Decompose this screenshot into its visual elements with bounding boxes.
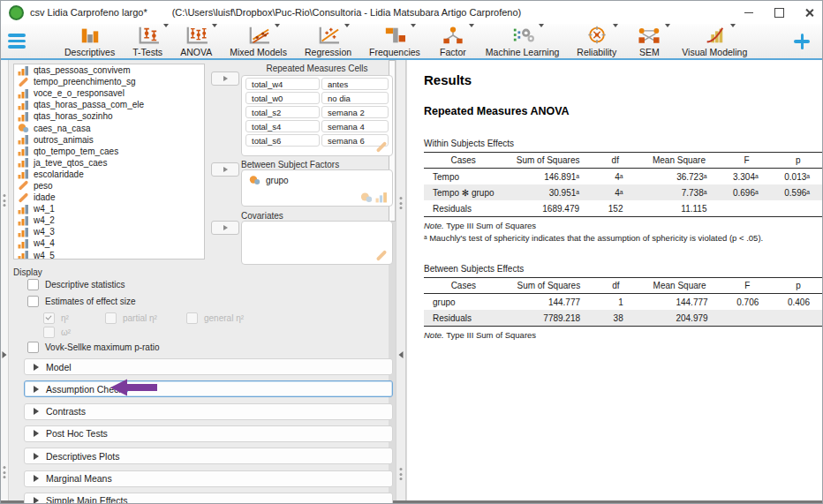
section-contrasts[interactable]: Contrasts bbox=[24, 403, 393, 420]
variable-item-qtas-horas-sozinho[interactable]: qtas_horas_sozinho bbox=[14, 110, 204, 122]
ribbon-item-label: Descriptives bbox=[64, 47, 115, 57]
repeated-measures-cells-box[interactable]: total_w4antestotal_w0no diatotal_s2seman… bbox=[241, 75, 393, 156]
assign-between-factor-button[interactable] bbox=[211, 162, 239, 177]
results-title: Results bbox=[424, 72, 823, 87]
results-panel-splitter[interactable] bbox=[396, 60, 406, 504]
rm-cell-row: total_w0no dia bbox=[245, 92, 389, 104]
jasp-window: csv Lidia Carprofeno largo* (C:\Users\lu… bbox=[0, 0, 823, 504]
dropdown-caret-icon bbox=[539, 24, 544, 27]
vovk-sellke-checkbox[interactable] bbox=[27, 342, 39, 353]
section-post-hoc-tests[interactable]: Post Hoc Tests bbox=[24, 425, 393, 442]
ribbon-item-label: Mixed Models bbox=[230, 47, 287, 57]
within-note: Note. Type III Sum of Squares bbox=[424, 221, 823, 230]
variable-item-w4-5[interactable]: w4_5 bbox=[14, 250, 204, 260]
ribbon-item-anova[interactable]: ANOVA bbox=[171, 24, 221, 58]
section-simple-main-effects[interactable]: Simple Main Effects bbox=[24, 493, 393, 504]
splitter-handle-icon[interactable] bbox=[400, 197, 403, 209]
covariates-box[interactable] bbox=[241, 221, 393, 265]
rm-cell-row: total_s2semana 2 bbox=[245, 106, 389, 118]
scale-type-icon bbox=[18, 77, 29, 87]
ribbon-item-mixed-models[interactable]: Mixed Models bbox=[221, 24, 296, 58]
assign-cells-button[interactable] bbox=[211, 71, 239, 86]
variable-item-escolaridade[interactable]: escolaridade bbox=[14, 169, 204, 180]
variable-item-w4-1[interactable]: w4_1 bbox=[14, 203, 204, 214]
expand-triangle-icon bbox=[34, 386, 39, 393]
section-descriptives-plots[interactable]: Descriptives Plots bbox=[24, 448, 393, 464]
variable-item-w4-4[interactable]: w4_4 bbox=[14, 237, 204, 249]
variable-item-ja-teve-qtos-caes[interactable]: ja_teve_qtos_caes bbox=[14, 157, 204, 169]
rm-cell-variable[interactable]: total_w0 bbox=[245, 92, 320, 104]
ribbon-item-t-tests[interactable]: T-Tests bbox=[124, 24, 171, 58]
expand-triangle-icon bbox=[34, 430, 39, 437]
scale-type-icon bbox=[18, 180, 29, 191]
variable-item-qto-tempo-tem-caes[interactable]: qto_tempo_tem_caes bbox=[14, 146, 204, 157]
ribbon-item-visual-modeling[interactable]: Visual Modeling bbox=[673, 24, 756, 58]
between-subjects-table: CasesSum of SquaresdfMean SquareFpgrupo1… bbox=[424, 277, 823, 327]
minimize-button[interactable] bbox=[734, 1, 764, 24]
close-button[interactable] bbox=[794, 1, 823, 24]
available-variables-list[interactable]: qtas_pessoas_convivemtempo_preenchimento… bbox=[13, 64, 205, 260]
ordinal-type-icon bbox=[18, 88, 29, 99]
variable-item-idade[interactable]: idade bbox=[14, 192, 204, 203]
rm-cell-level[interactable]: antes bbox=[321, 78, 389, 90]
ribbon-item-sem[interactable]: SEM bbox=[625, 24, 673, 58]
section-assumption-checks[interactable]: Assumption Checks bbox=[24, 380, 393, 397]
splitter-handle-icon[interactable] bbox=[400, 468, 403, 480]
variable-item-w4-3[interactable]: w4_3 bbox=[14, 226, 204, 237]
scale-type-icon bbox=[375, 141, 388, 153]
frequencies-icon bbox=[380, 25, 410, 46]
maximize-button[interactable] bbox=[764, 1, 794, 24]
eta-squared-option[interactable]: η² bbox=[43, 312, 105, 324]
partial-eta-squared-option[interactable]: partial η² bbox=[105, 312, 186, 324]
section-marginal-means[interactable]: Marginal Means bbox=[24, 470, 393, 487]
effect-size-option[interactable]: Estimates of effect size bbox=[27, 296, 136, 307]
rm-cell-variable[interactable]: total_w4 bbox=[245, 78, 320, 90]
splitter-handle-icon[interactable] bbox=[4, 194, 6, 207]
descriptive-statistics-option[interactable]: Descriptive statistics bbox=[27, 279, 125, 290]
ribbon-item-regression[interactable]: Regression bbox=[296, 24, 360, 58]
variable-item-qtas-horas-passa-com-ele[interactable]: qtas_horas_passa_com_ele bbox=[14, 99, 204, 110]
arrow-right-icon bbox=[223, 76, 228, 81]
ribbon-item-frequencies[interactable]: Frequencies bbox=[360, 24, 429, 58]
add-module-button[interactable] bbox=[794, 34, 810, 49]
rm-cell-level[interactable]: no dia bbox=[321, 92, 389, 104]
rm-cell-level[interactable]: semana 4 bbox=[321, 120, 389, 132]
minimize-icon bbox=[744, 12, 753, 13]
descriptive-statistics-checkbox[interactable] bbox=[27, 279, 39, 290]
variable-item-w4-2[interactable]: w4_2 bbox=[14, 214, 204, 226]
effect-size-checkbox[interactable] bbox=[27, 296, 39, 307]
variable-item-peso[interactable]: peso bbox=[14, 180, 204, 192]
ordinal-type-icon bbox=[18, 204, 29, 214]
main-menu-button[interactable] bbox=[8, 32, 29, 51]
vovk-sellke-option[interactable]: Vovk-Sellke maximum p-ratio bbox=[27, 342, 159, 353]
expand-right-icon[interactable] bbox=[3, 351, 7, 358]
ribbon-item-machine-learning[interactable]: Machine Learning bbox=[477, 24, 568, 58]
section-model[interactable]: Model bbox=[24, 358, 393, 375]
between-factor-grupo[interactable]: grupo bbox=[242, 170, 392, 185]
ordinal-type-icon bbox=[18, 157, 29, 168]
ribbon-item-reliability[interactable]: Reliability bbox=[568, 24, 625, 58]
eta-squared-checkbox[interactable] bbox=[43, 312, 55, 324]
ribbon-item-descriptives[interactable]: Descriptives bbox=[56, 24, 124, 58]
general-eta-squared-checkbox[interactable] bbox=[186, 312, 198, 324]
between-subject-factors-box[interactable]: grupo bbox=[241, 169, 393, 207]
variable-item-voce-e-o-responsavel[interactable]: voce_e_o_responsavel bbox=[14, 87, 204, 99]
rm-cell-level[interactable]: semana 2 bbox=[321, 106, 389, 118]
variable-item-qtas-pessoas-convivem[interactable]: qtas_pessoas_convivem bbox=[14, 64, 204, 76]
variable-item-tempo-preenchimento-sg[interactable]: tempo_preenchimento_sg bbox=[14, 76, 204, 87]
ribbon-item-factor[interactable]: Factor bbox=[429, 24, 477, 58]
collapse-left-icon[interactable] bbox=[399, 351, 404, 358]
assign-covariate-button[interactable] bbox=[211, 221, 239, 235]
analysis-heading: Repeated Measures ANOVA bbox=[424, 105, 823, 117]
variable-item-caes-na-casa[interactable]: caes_na_casa bbox=[14, 122, 204, 133]
splitter-handle-icon[interactable] bbox=[4, 466, 6, 478]
data-panel-splitter[interactable] bbox=[1, 60, 9, 504]
variable-item-outros-animais[interactable]: outros_animais bbox=[14, 134, 204, 146]
rm-cell-variable[interactable]: total_s6 bbox=[245, 134, 320, 147]
rm-cell-variable[interactable]: total_s4 bbox=[245, 120, 320, 132]
general-eta-squared-option[interactable]: general η² bbox=[186, 312, 244, 324]
rm-cell-variable[interactable]: total_s2 bbox=[245, 106, 320, 118]
partial-eta-squared-checkbox[interactable] bbox=[105, 312, 117, 324]
omega-squared-checkbox[interactable] bbox=[43, 327, 55, 338]
omega-squared-option[interactable]: ω² bbox=[43, 327, 71, 338]
